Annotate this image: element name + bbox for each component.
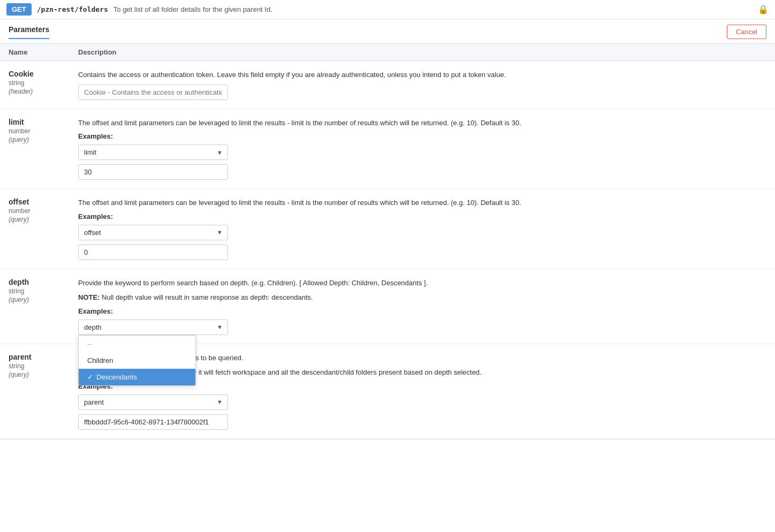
parent-select-wrapper: parent ▼ <box>78 394 228 410</box>
param-row-limit: limit number (query) The offset and limi… <box>0 109 775 189</box>
param-type-offset: number <box>9 207 78 215</box>
params-title: Parameters <box>9 25 49 39</box>
limit-value-input[interactable] <box>78 164 228 180</box>
param-name-col-offset: offset number (query) <box>9 197 78 260</box>
cookie-input[interactable] <box>78 85 228 100</box>
param-desc-col-depth: Provide the keyword to perform search ba… <box>78 278 766 335</box>
examples-label-offset: Examples: <box>78 212 766 221</box>
params-header: Parameters Cancel <box>0 19 775 39</box>
offset-select[interactable]: offset <box>78 225 228 240</box>
col-desc-header: Description <box>78 48 766 56</box>
offset-value-input[interactable] <box>78 245 228 260</box>
depth-dropdown-item-descendants[interactable]: Descendants <box>79 369 195 385</box>
param-note-depth: NOTE: Null depth value will result in sa… <box>78 292 766 303</box>
param-name-depth: depth <box>9 278 78 286</box>
depth-dropdown-item-children[interactable]: Children <box>79 352 195 369</box>
cancel-button[interactable]: Cancel <box>727 25 766 39</box>
col-name-header: Name <box>9 48 78 56</box>
examples-label-limit: Examples: <box>78 132 766 140</box>
param-location-cookie: (header) <box>9 88 78 95</box>
param-type-cookie: string <box>9 79 78 87</box>
param-location-parent: (query) <box>9 371 78 378</box>
endpoint-path: /pzn-rest/folders <box>37 5 108 13</box>
param-desc-col-offset: The offset and limit parameters can be l… <box>78 197 766 260</box>
param-row-depth: depth string (query) Provide the keyword… <box>0 269 775 344</box>
parent-select[interactable]: parent <box>78 394 228 410</box>
param-name-col-depth: depth string (query) <box>9 278 78 335</box>
param-name-col-limit: limit number (query) <box>9 118 78 180</box>
offset-select-wrapper: offset ▼ <box>78 225 228 240</box>
depth-dropdown-menu: -- Children Descendants <box>78 335 196 386</box>
param-name-col-parent: parent string (query) <box>9 353 78 430</box>
limit-select[interactable]: limit <box>78 145 228 160</box>
param-name-parent: parent <box>9 353 78 361</box>
examples-label-depth: Examples: <box>78 307 766 315</box>
param-location-offset: (query) <box>9 216 78 223</box>
param-desc-col-cookie: Contains the access or authentication to… <box>78 70 766 100</box>
lock-icon: 🔒 <box>758 4 769 14</box>
top-bar: GET /pzn-rest/folders To get list of all… <box>0 0 775 19</box>
depth-select-wrapper: depth ▼ <box>78 320 228 335</box>
param-location-limit: (query) <box>9 136 78 143</box>
depth-dropdown-item-blank[interactable]: -- <box>79 336 195 352</box>
param-name-cookie: Cookie <box>9 70 78 78</box>
param-desc-col-limit: The offset and limit parameters can be l… <box>78 118 766 180</box>
parent-value-input[interactable] <box>78 414 228 430</box>
param-row-cookie: Cookie string (header) Contains the acce… <box>0 61 775 109</box>
depth-select[interactable]: depth <box>78 320 228 335</box>
param-name-limit: limit <box>9 118 78 126</box>
table-header: Name Description <box>0 43 775 61</box>
param-desc-depth: Provide the keyword to perform search ba… <box>78 278 766 288</box>
param-desc-offset: The offset and limit parameters can be l… <box>78 197 766 208</box>
param-row-offset: offset number (query) The offset and lim… <box>0 189 775 269</box>
param-location-depth: (query) <box>9 296 78 303</box>
param-type-depth: string <box>9 287 78 295</box>
param-type-limit: number <box>9 127 78 135</box>
param-type-parent: string <box>9 362 78 370</box>
endpoint-description: To get list of all folder details for th… <box>113 5 272 13</box>
depth-select-container: depth ▼ -- Children Descendants <box>78 320 766 335</box>
param-desc-limit: The offset and limit parameters can be l… <box>78 118 766 128</box>
param-name-offset: offset <box>9 197 78 206</box>
param-desc-cookie: Contains the access or authentication to… <box>78 70 766 80</box>
limit-select-wrapper: limit ▼ <box>78 145 228 160</box>
param-name-col-cookie: Cookie string (header) <box>9 70 78 100</box>
http-method-badge: GET <box>6 3 32 16</box>
parameters-section: Parameters Cancel Name Description Cooki… <box>0 19 775 439</box>
